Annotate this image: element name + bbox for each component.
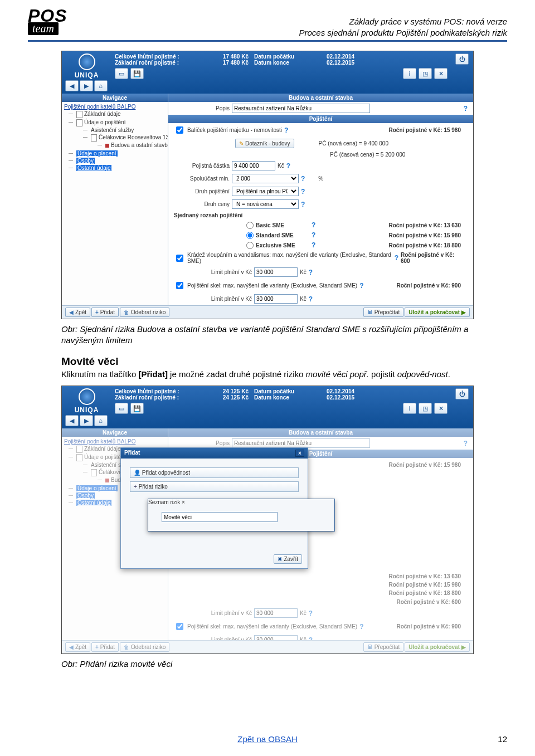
help-icon[interactable]: ? bbox=[395, 254, 398, 262]
nav-prev-icon[interactable]: ◀ bbox=[65, 80, 79, 91]
sum-value-2: 17 480 Kč bbox=[204, 60, 249, 66]
limit2-input[interactable] bbox=[254, 294, 298, 304]
tree-item[interactable]: Údaje o placení bbox=[69, 150, 168, 157]
balicek-checkbox[interactable] bbox=[176, 126, 183, 134]
popis-input[interactable] bbox=[232, 438, 370, 448]
header-line1: Základy práce v systému POS: nová verze bbox=[299, 16, 507, 27]
power-icon[interactable]: ⏻ bbox=[455, 388, 469, 399]
help-icon[interactable]: ? bbox=[301, 175, 305, 183]
skel-checkbox[interactable] bbox=[176, 623, 183, 630]
help-icon[interactable]: ? bbox=[312, 241, 315, 249]
spoluucast-select[interactable]: 2 000 bbox=[232, 174, 299, 183]
nav-next-icon[interactable]: ▶ bbox=[80, 415, 93, 426]
kradez-checkbox[interactable] bbox=[176, 255, 183, 262]
tool-window-icon[interactable]: ▭ bbox=[115, 403, 128, 414]
power-icon[interactable]: ⏻ bbox=[455, 53, 469, 65]
prepocitat-button[interactable]: 🖩Přepočítat bbox=[363, 642, 404, 652]
save-icon[interactable]: 💾 bbox=[130, 68, 144, 79]
back-to-contents-link[interactable]: Zpět na OBSAH bbox=[237, 734, 298, 744]
popup-icon[interactable]: ◳ bbox=[419, 403, 432, 414]
balicek-label: Balíček pojištění majetku - nemovitosti bbox=[187, 127, 282, 133]
tree-item[interactable]: Asistenční služby bbox=[83, 126, 168, 134]
balicek-premium: Roční pojistné v Kč: 15 980 bbox=[389, 127, 468, 133]
tree-item[interactable]: Osoby bbox=[69, 157, 168, 164]
sidebar-title: Navigace bbox=[62, 428, 168, 437]
skel-checkbox[interactable] bbox=[176, 282, 183, 289]
tool-window-icon[interactable]: ▭ bbox=[115, 68, 128, 79]
date-start-label: Datum počátku bbox=[249, 388, 310, 394]
help-icon[interactable]: ? bbox=[359, 282, 363, 290]
druh-poj-label: Druh pojištění bbox=[174, 188, 230, 194]
arrow-left-icon: ◀ bbox=[69, 644, 74, 650]
close-icon[interactable]: ✕ bbox=[434, 68, 448, 79]
help-icon[interactable]: ? bbox=[301, 201, 305, 208]
help-icon[interactable]: ? bbox=[464, 105, 468, 113]
tree-item[interactable]: Základní údaje bbox=[69, 110, 168, 119]
help-icon[interactable]: ? bbox=[359, 623, 363, 631]
dialog-close-icon[interactable]: × bbox=[295, 450, 304, 457]
limit-input[interactable] bbox=[254, 608, 298, 618]
odebrat-button[interactable]: 🗑Odebrat riziko bbox=[120, 642, 169, 652]
tree-item[interactable]: Ostatní údaje bbox=[69, 164, 168, 172]
help-icon[interactable]: ? bbox=[312, 231, 315, 239]
caption-1: Obr: Sjednání rizika Budova a ostatní st… bbox=[61, 324, 474, 345]
help-icon[interactable]: ? bbox=[309, 636, 313, 641]
tree-root[interactable]: Pojištění podnikatelů BALPO bbox=[62, 103, 168, 110]
opt-pridat-riziko[interactable]: + Přidat riziko bbox=[130, 481, 299, 492]
unit-kc: Kč bbox=[300, 610, 307, 616]
sum-label-1: Celkové lhůtní pojistné : bbox=[115, 53, 204, 60]
limit2-input[interactable] bbox=[254, 635, 298, 640]
popis-input[interactable] bbox=[232, 104, 370, 113]
logo: POS team bbox=[28, 7, 84, 38]
radio-exclusive[interactable] bbox=[246, 242, 254, 249]
popup-icon[interactable]: ◳ bbox=[419, 68, 432, 79]
popis-label: Popis bbox=[174, 440, 230, 446]
ulozit-button[interactable]: Uložit a pokračovat ▶ bbox=[405, 308, 470, 317]
home-icon[interactable]: ⌂ bbox=[94, 80, 108, 91]
odebrat-button[interactable]: 🗑Odebrat riziko bbox=[120, 308, 169, 317]
pojistna-castka-label: Pojistná částka bbox=[174, 163, 230, 169]
radio-basic[interactable] bbox=[246, 222, 254, 229]
prepocitat-button[interactable]: 🖩Přepočítat bbox=[363, 308, 404, 317]
home-icon[interactable]: ⌂ bbox=[94, 415, 108, 426]
help-icon[interactable]: ? bbox=[309, 295, 313, 303]
tree-item[interactable]: Budova a ostatní stavba bbox=[98, 142, 168, 149]
help-icon[interactable]: ? bbox=[309, 609, 313, 617]
date-end-label: Datum konce bbox=[249, 60, 310, 66]
tree-root[interactable]: Pojištění podnikatelů BALPO bbox=[62, 438, 168, 445]
ulozit-button[interactable]: Uložit a pokračovat ▶ bbox=[405, 642, 470, 652]
zpet-button[interactable]: ◀Zpět bbox=[65, 308, 90, 317]
help-icon[interactable]: ? bbox=[309, 269, 313, 276]
radio-standard[interactable] bbox=[246, 232, 254, 239]
zpet-button[interactable]: ◀Zpět bbox=[65, 642, 90, 652]
caption-2: Obr: Přidání rizika movité věci bbox=[61, 659, 474, 670]
dotaznik-button[interactable]: ✎Dotazník - budovy bbox=[235, 139, 294, 148]
limit-input[interactable] bbox=[254, 267, 298, 277]
tree-item[interactable]: Čelákovice Rooseveltova 1397/40 Budova a… bbox=[83, 134, 168, 149]
pojistna-castka-input[interactable] bbox=[232, 161, 275, 170]
pc-nova: PČ (nová cena) = 9 400 000 bbox=[319, 140, 388, 147]
opt-pridat-odpovednost[interactable]: 👤 Přidat odpovědnost bbox=[130, 467, 299, 478]
druh-poj-select[interactable]: Pojištění na plnou PČ bbox=[232, 187, 299, 196]
help-icon[interactable]: ? bbox=[284, 126, 288, 134]
info-icon[interactable]: i bbox=[403, 68, 416, 79]
nav-prev-icon[interactable]: ◀ bbox=[65, 415, 79, 426]
tree-item[interactable]: Údaje o pojištění Asistenční služby Čelá… bbox=[69, 119, 168, 150]
info-icon[interactable]: i bbox=[403, 403, 416, 414]
druh-ceny-select[interactable]: N = nová cena bbox=[232, 199, 299, 209]
help-icon[interactable]: ? bbox=[301, 188, 305, 196]
dialog-close-icon[interactable]: × bbox=[182, 499, 185, 505]
druh-ceny-label: Druh ceny bbox=[174, 201, 230, 207]
riziko-input[interactable] bbox=[162, 512, 278, 522]
close-icon[interactable]: ✕ bbox=[434, 403, 448, 414]
zavrit-button[interactable]: ✖ Zavřít bbox=[274, 554, 302, 564]
help-icon[interactable]: ? bbox=[464, 440, 468, 447]
pridat-button[interactable]: +Přidat bbox=[91, 308, 119, 317]
save-icon[interactable]: 💾 bbox=[130, 403, 144, 414]
help-icon[interactable]: ? bbox=[312, 221, 315, 229]
unit-percent: % bbox=[307, 175, 323, 182]
nav-next-icon[interactable]: ▶ bbox=[80, 80, 93, 91]
plus-icon: + bbox=[95, 644, 99, 650]
help-icon[interactable]: ? bbox=[286, 162, 290, 170]
pridat-button[interactable]: +Přidat bbox=[91, 642, 119, 652]
